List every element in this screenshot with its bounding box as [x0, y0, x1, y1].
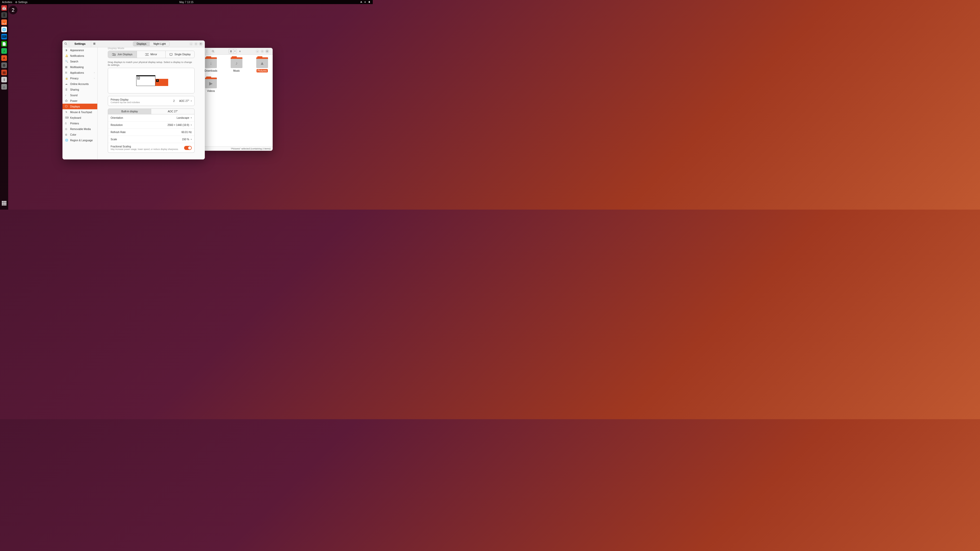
sidebar-item-disc[interactable]: ◎Removable Media	[62, 126, 97, 132]
display-arrangement[interactable]: 2 1	[108, 68, 194, 94]
orientation-row[interactable]: OrientationLandscape▾	[108, 114, 194, 122]
show-apps-button[interactable]	[2, 201, 6, 205]
dock: 📅🗄🦊🌐⌨📄♪A⚙▤⇪⌂	[0, 4, 8, 210]
apps-icon: ⊞	[65, 71, 68, 74]
svg-line-5	[66, 44, 67, 45]
sidebar-item-appearance[interactable]: ◑Appearance	[62, 48, 97, 53]
dock-calendar[interactable]: 📅	[1, 5, 7, 11]
dock-spotify[interactable]: ♪	[1, 48, 7, 54]
sidebar-item-power[interactable]: ⏻Power	[62, 98, 97, 104]
keyboard-icon: ⌨	[65, 116, 68, 119]
lock-icon: 🔒	[65, 77, 68, 80]
monitor-1[interactable]: 1	[155, 79, 168, 86]
printer-icon: ⎙	[65, 122, 68, 125]
sidebar-item-label: Region & Language	[70, 139, 93, 142]
files-menu-icon[interactable]: ⋮	[205, 49, 209, 54]
sidebar-item-display[interactable]: 🖵Displays	[62, 104, 97, 109]
folder-label: Music	[232, 69, 241, 72]
sidebar-item-apps[interactable]: ⊞Applications›	[62, 70, 97, 76]
dock-chrome[interactable]: 🌐	[1, 27, 7, 32]
files-statusbar: "Pictures" selected (containing 2 items)	[203, 146, 273, 151]
folder-icon: ▶	[205, 78, 217, 88]
search-icon[interactable]	[62, 40, 69, 48]
dock-files[interactable]: 🗄	[1, 12, 7, 18]
join-icon	[112, 53, 116, 56]
folder-label: Downloads	[204, 69, 218, 72]
header-tabs: Displays Night Light	[133, 41, 170, 46]
top-bar: Activities ⚙ Settings May 7 13:15	[0, 0, 373, 4]
tab-aoc[interactable]: AOC 27"	[151, 109, 194, 114]
sidebar-item-color[interactable]: ◍Color	[62, 132, 97, 137]
tab-night-light[interactable]: Night Light	[150, 42, 169, 46]
close-button[interactable]: ✕	[265, 49, 269, 53]
close-button[interactable]: ✕	[199, 42, 203, 46]
activities-button[interactable]: Activities	[2, 1, 12, 3]
resolution-row[interactable]: Resolution2560 × 1440 (16:9)▾	[108, 122, 194, 129]
dock-libreoffice[interactable]: 📄	[1, 41, 7, 46]
folder-pictures[interactable]: ▲Pictures	[256, 57, 269, 72]
sidebar-item-multi[interactable]: ▦Multitasking	[62, 64, 97, 70]
dock-usb[interactable]: ⇪	[1, 77, 7, 83]
search-icon[interactable]	[211, 49, 215, 54]
sidebar-item-search[interactable]: 🔍Search	[62, 59, 97, 64]
folder-videos[interactable]: ▶Videos	[205, 78, 217, 93]
mouse-icon: 🖱	[65, 111, 68, 114]
hamburger-icon[interactable]: ≡	[91, 40, 97, 48]
sidebar-item-cloud[interactable]: ☁Online Accounts	[62, 81, 97, 87]
dock-software[interactable]: A	[1, 55, 7, 61]
folder-music[interactable]: ♪Music	[230, 57, 243, 72]
battery-icon	[368, 1, 371, 3]
system-tray[interactable]	[360, 1, 371, 3]
search-icon: 🔍	[65, 60, 68, 63]
clock[interactable]: May 7 13:15	[179, 1, 193, 3]
folder-downloads[interactable]: ↓Downloads	[205, 57, 217, 72]
sidebar-item-label: Removable Media	[70, 128, 91, 130]
minimize-button[interactable]: –	[256, 49, 259, 53]
settings-header: Settings ≡ Displays Night Light – □ ✕	[62, 40, 205, 48]
app-menu[interactable]: ⚙ Settings	[15, 1, 27, 3]
sidebar-item-label: Keyboard	[70, 116, 81, 119]
refresh-row: Refresh Rate60.01 Hz	[108, 129, 194, 136]
monitor-2[interactable]: 2	[136, 75, 155, 86]
sidebar-item-printer[interactable]: ⎙Printers	[62, 121, 97, 126]
sidebar-item-keyboard[interactable]: ⌨Keyboard	[62, 115, 97, 121]
sidebar-item-label: Mouse & Touchpad	[70, 111, 92, 114]
minimize-button[interactable]: –	[189, 42, 193, 46]
dock-drive[interactable]: ⌂	[1, 84, 7, 90]
sidebar-item-label: Privacy	[70, 77, 79, 80]
fractional-scaling-row: Fractional ScalingMay increase power usa…	[108, 143, 194, 152]
sidebar-item-lock[interactable]: 🔒Privacy›	[62, 76, 97, 81]
fractional-scaling-toggle[interactable]	[184, 146, 192, 150]
files-body[interactable]: ↓Downloads♪Music▲Pictures▶Videos	[203, 55, 273, 146]
folder-icon: ♪	[231, 57, 242, 68]
tab-displays[interactable]: Displays	[133, 42, 150, 46]
sidebar-item-label: Applications	[70, 71, 84, 74]
dock-vscode[interactable]: ⌨	[1, 34, 7, 40]
mode-join[interactable]: Join Displays	[108, 51, 137, 58]
dock-slides[interactable]: ▤	[1, 70, 7, 75]
dock-settings[interactable]: ⚙	[1, 62, 7, 68]
sidebar-item-bell[interactable]: 🔔Notifications	[62, 53, 97, 59]
sidebar-item-label: Online Accounts	[70, 83, 89, 86]
appearance-icon: ◑	[65, 49, 68, 52]
sidebar-item-mouse[interactable]: 🖱Mouse & Touchpad	[62, 109, 97, 115]
mode-single[interactable]: Single Display	[165, 51, 194, 58]
maximize-button[interactable]: □	[260, 49, 264, 53]
maximize-button[interactable]: □	[194, 42, 198, 46]
section-label: Display Mode	[108, 48, 194, 50]
view-dropdown-icon[interactable]: ▾	[233, 49, 237, 54]
tab-builtin[interactable]: Built-in display	[108, 109, 151, 114]
sidebar-item-share[interactable]: ⇶Sharing	[62, 87, 97, 92]
sidebar-item-label: Sharing	[70, 88, 79, 91]
primary-display-row[interactable]: Primary DisplayContains top bar and Acti…	[108, 96, 194, 106]
sidebar-item-globe[interactable]: 🌐Region & Language	[62, 137, 97, 143]
mode-mirror[interactable]: Mirror	[137, 51, 166, 58]
dock-firefox[interactable]: 🦊	[1, 19, 7, 25]
chevron-right-icon: ›	[94, 77, 95, 79]
svg-line-3	[213, 52, 214, 52]
scale-row[interactable]: Scale150 %▾	[108, 136, 194, 143]
single-icon	[169, 53, 173, 56]
sidebar-item-sound[interactable]: ♪Sound	[62, 92, 97, 98]
view-list-icon[interactable]: ≣	[229, 49, 233, 54]
hamburger-icon[interactable]: ≡	[238, 49, 242, 54]
